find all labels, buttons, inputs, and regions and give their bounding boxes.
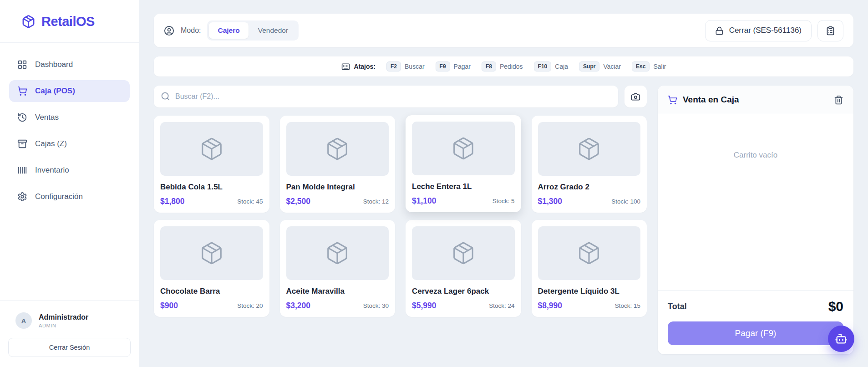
shortcut-action: Salir bbox=[653, 63, 666, 70]
product-price: $1,100 bbox=[412, 196, 437, 206]
product-stock: Stock: 5 bbox=[492, 198, 515, 204]
product-card-bebida-cola-1-5l[interactable]: Bebida Cola 1.5L $1,800 Stock: 45 bbox=[154, 116, 269, 213]
history-icon bbox=[17, 112, 27, 122]
search-box bbox=[154, 86, 618, 107]
brand-logo: RetailOS bbox=[0, 0, 139, 43]
product-image-placeholder bbox=[286, 122, 389, 176]
sidebar-item-cajas-z[interactable]: Cajas (Z) bbox=[9, 133, 130, 155]
archive-icon bbox=[17, 139, 27, 149]
content-row: Bebida Cola 1.5L $1,800 Stock: 45 Pan Mo… bbox=[154, 86, 853, 367]
shortcut-key: F8 bbox=[482, 61, 496, 71]
logout-button[interactable]: Cerrar Sesión bbox=[8, 338, 131, 357]
product-image-placeholder bbox=[286, 226, 389, 280]
product-image-placeholder bbox=[412, 122, 515, 175]
user-role: ADMIN bbox=[39, 323, 88, 328]
package-icon bbox=[451, 136, 476, 161]
shortcut-action: Pagar bbox=[454, 63, 471, 70]
cart-empty-state: Carrito vacío bbox=[658, 114, 853, 290]
search-input[interactable] bbox=[154, 86, 618, 107]
total-value: $0 bbox=[828, 299, 843, 314]
product-meta: $5,990 Stock: 24 bbox=[412, 301, 515, 311]
product-image-placeholder bbox=[160, 226, 263, 280]
shortcuts-header: Atajos: bbox=[341, 62, 376, 71]
sidebar-item-label: Inventario bbox=[35, 166, 69, 175]
sidebar-item-dashboard[interactable]: Dashboard bbox=[9, 54, 130, 76]
keyboard-icon bbox=[341, 62, 350, 71]
product-meta: $8,990 Stock: 15 bbox=[538, 301, 641, 311]
package-icon bbox=[21, 15, 36, 29]
cart-panel: Venta en Caja Carrito vacío Total $0 Pag… bbox=[658, 86, 853, 354]
product-name: Cerveza Lager 6pack bbox=[412, 287, 515, 296]
shortcut-pedidos: F8 Pedidos bbox=[482, 61, 523, 71]
mode-label: Modo: bbox=[181, 26, 201, 35]
total-label: Total bbox=[668, 302, 687, 311]
user-text: Administrador ADMIN bbox=[39, 313, 88, 328]
product-card-chocolate-barra[interactable]: Chocolate Barra $900 Stock: 20 bbox=[154, 220, 269, 317]
shortcut-action: Caja bbox=[555, 63, 568, 70]
search-icon bbox=[161, 92, 170, 101]
product-card-pan-molde-integral[interactable]: Pan Molde Integral $2,500 Stock: 12 bbox=[280, 116, 396, 213]
product-name: Arroz Grado 2 bbox=[538, 183, 641, 192]
mode-cajero-button[interactable]: Cajero bbox=[209, 22, 248, 39]
product-name: Chocolate Barra bbox=[160, 287, 263, 296]
search-row bbox=[154, 86, 647, 107]
shortcut-salir: Esc Salir bbox=[632, 61, 666, 71]
product-price: $8,990 bbox=[538, 301, 563, 311]
bot-icon bbox=[835, 332, 848, 345]
sidebar-item-label: Caja (POS) bbox=[35, 87, 75, 96]
sidebar-item-ventas[interactable]: Ventas bbox=[9, 107, 130, 128]
mode-vendedor-button[interactable]: Vendedor bbox=[249, 22, 297, 39]
product-price: $2,500 bbox=[286, 197, 311, 206]
package-icon bbox=[451, 241, 476, 265]
product-stock: Stock: 12 bbox=[363, 198, 389, 205]
shortcut-key: Esc bbox=[632, 61, 650, 71]
product-name: Bebida Cola 1.5L bbox=[160, 183, 263, 192]
product-stock: Stock: 20 bbox=[237, 302, 263, 309]
product-price: $1,800 bbox=[160, 197, 185, 206]
sidebar-item-configuracion[interactable]: Configuración bbox=[9, 186, 130, 208]
shortcut-action: Pedidos bbox=[500, 63, 523, 70]
cart-empty-label: Carrito vacío bbox=[734, 151, 777, 290]
product-card-detergente-liquido-3l[interactable]: Detergente Líquido 3L $8,990 Stock: 15 bbox=[532, 220, 647, 317]
layout-grid-icon bbox=[17, 60, 27, 70]
session-report-button[interactable] bbox=[817, 20, 843, 41]
cart-title: Venta en Caja bbox=[683, 95, 739, 105]
product-image-placeholder bbox=[412, 226, 515, 280]
shortcut-pagar: F9 Pagar bbox=[436, 61, 471, 71]
product-name: Leche Entera 1L bbox=[412, 182, 515, 191]
trash-icon[interactable] bbox=[834, 95, 843, 105]
barcode-scan-button[interactable] bbox=[624, 86, 647, 107]
pay-button[interactable]: Pagar (F9) bbox=[668, 321, 843, 345]
product-name: Aceite Maravilla bbox=[286, 287, 389, 296]
shortcut-key: F10 bbox=[534, 61, 552, 71]
user-info: A Administrador ADMIN bbox=[8, 312, 131, 338]
shortcuts-bar: Atajos: F2 Buscar F9 Pagar F8 Pedidos F1… bbox=[154, 56, 853, 76]
product-image-placeholder bbox=[160, 122, 263, 176]
shopping-cart-icon bbox=[17, 86, 27, 96]
assistant-bot-button[interactable] bbox=[828, 326, 854, 352]
product-image-placeholder bbox=[538, 226, 641, 280]
product-image-placeholder bbox=[538, 122, 641, 176]
product-card-aceite-maravilla[interactable]: Aceite Maravilla $3,200 Stock: 30 bbox=[280, 220, 396, 317]
product-meta: $3,200 Stock: 30 bbox=[286, 301, 389, 311]
avatar: A bbox=[15, 312, 32, 329]
package-icon bbox=[577, 137, 601, 161]
package-icon bbox=[325, 137, 350, 161]
sidebar-item-inventario[interactable]: Inventario bbox=[9, 159, 130, 181]
catalog-section: Bebida Cola 1.5L $1,800 Stock: 45 Pan Mo… bbox=[154, 86, 647, 367]
close-session-button[interactable]: Cerrar (SES-561136) bbox=[705, 20, 812, 41]
product-stock: Stock: 45 bbox=[237, 198, 263, 205]
shortcut-vaciar: Supr Vaciar bbox=[579, 61, 621, 71]
product-meta: $1,800 Stock: 45 bbox=[160, 197, 263, 206]
brand-name: RetailOS bbox=[41, 14, 95, 29]
sidebar-item-label: Ventas bbox=[35, 113, 59, 122]
sidebar-item-caja-pos[interactable]: Caja (POS) bbox=[9, 80, 130, 102]
product-meta: $1,300 Stock: 100 bbox=[538, 197, 641, 206]
product-card-cerveza-lager-6pack[interactable]: Cerveza Lager 6pack $5,990 Stock: 24 bbox=[406, 220, 521, 317]
product-name: Pan Molde Integral bbox=[286, 183, 389, 192]
sidebar-item-label: Cajas (Z) bbox=[35, 139, 67, 148]
product-card-leche-entera-1l[interactable]: Leche Entera 1L $1,100 Stock: 5 bbox=[406, 115, 521, 212]
cart-header: Venta en Caja bbox=[658, 86, 853, 114]
product-card-arroz-grado-2[interactable]: Arroz Grado 2 $1,300 Stock: 100 bbox=[532, 116, 647, 213]
package-icon bbox=[325, 241, 350, 265]
